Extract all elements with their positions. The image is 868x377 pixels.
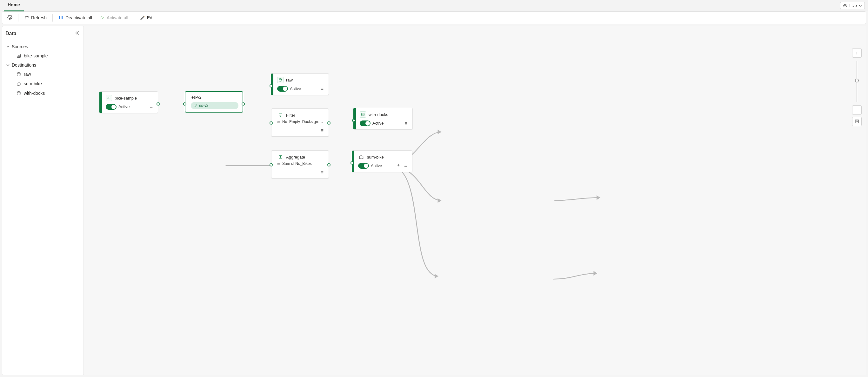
node-raw[interactable]: raw Active ≡ — [271, 73, 329, 95]
refresh-label: Refresh — [31, 15, 47, 20]
deactivate-label: Deactivate all — [65, 15, 92, 20]
database-icon — [16, 72, 21, 77]
eye-icon — [843, 3, 847, 8]
refresh-button[interactable]: Refresh — [21, 14, 50, 22]
node-menu-icon[interactable]: ≡ — [149, 104, 153, 110]
edit-label: Edit — [147, 15, 155, 20]
node-status-label: Active — [290, 86, 301, 91]
chevron-down-icon — [859, 4, 862, 7]
play-icon — [100, 15, 105, 20]
node-filter[interactable]: Filter ▭ No_Empty_Docks greater t... ≡ — [271, 108, 329, 137]
live-toggle[interactable]: Live — [840, 2, 865, 9]
input-port[interactable] — [350, 161, 354, 165]
node-menu-icon[interactable]: ≡ — [404, 120, 408, 126]
zoom-slider-thumb[interactable] — [855, 79, 859, 82]
input-port[interactable] — [270, 84, 273, 88]
node-es-v2[interactable]: es-v2 es-v2 — [185, 91, 243, 112]
edit-button[interactable]: Edit — [137, 14, 158, 22]
node-active-toggle[interactable] — [277, 86, 288, 92]
connection-wires — [84, 26, 866, 375]
input-port[interactable] — [183, 102, 186, 106]
barchart-icon — [16, 53, 21, 58]
destinations-label: Destinations — [12, 63, 36, 68]
sparkle-icon[interactable]: ✦ — [397, 163, 400, 169]
zoom-out-button[interactable]: － — [852, 105, 862, 115]
field-icon: ▭ — [277, 162, 280, 166]
chevron-down-icon — [6, 63, 10, 67]
activate-all-button[interactable]: Activate all — [96, 14, 131, 22]
node-menu-icon[interactable]: ≡ — [320, 85, 324, 92]
node-sum-bike[interactable]: sum-bike Active ✦ ≡ — [352, 150, 412, 172]
output-port[interactable] — [327, 163, 331, 167]
tree-item-label: bike-sample — [24, 53, 48, 58]
deactivate-all-button[interactable]: Deactivate all — [55, 14, 95, 22]
zoom-slider-track[interactable] — [857, 61, 857, 102]
sidebar: Data Sources bike-sample Destinations ra… — [2, 26, 84, 375]
separator — [18, 14, 19, 22]
node-title: with-docks — [369, 112, 388, 117]
svg-rect-6 — [855, 120, 859, 123]
tree-item-sum-bike[interactable]: sum-bike — [5, 79, 80, 89]
separator — [134, 14, 134, 22]
node-detail: Sum of No_Bikes — [282, 161, 312, 166]
node-status-label: Active — [371, 163, 382, 168]
barchart-icon — [106, 95, 112, 101]
output-port[interactable] — [157, 102, 160, 106]
database-icon — [277, 77, 283, 83]
node-detail: No_Empty_Docks greater t... — [282, 119, 323, 124]
input-port[interactable] — [352, 119, 355, 122]
gear-icon — [7, 15, 12, 20]
tree-item-label: raw — [24, 72, 31, 77]
pause-icon — [58, 15, 63, 20]
sidebar-title: Data — [5, 31, 80, 36]
node-menu-icon[interactable]: ≡ — [320, 169, 324, 175]
live-label: Live — [849, 3, 857, 8]
pencil-icon — [140, 15, 145, 20]
svg-point-5 — [17, 92, 20, 93]
output-port[interactable] — [242, 102, 245, 106]
collapse-sidebar-button[interactable] — [74, 31, 79, 36]
refresh-icon — [24, 15, 29, 20]
tree-section-sources[interactable]: Sources — [5, 42, 80, 51]
tree-item-label: sum-bike — [24, 81, 42, 86]
tree-item-with-docks[interactable]: with-docks — [5, 89, 80, 98]
node-menu-icon[interactable]: ≡ — [404, 163, 408, 169]
field-icon: ▭ — [277, 120, 280, 124]
svg-point-0 — [844, 5, 846, 6]
settings-button[interactable] — [4, 14, 16, 22]
svg-point-4 — [17, 73, 20, 74]
node-menu-icon[interactable]: ≡ — [320, 127, 324, 133]
tab-home[interactable]: Home — [4, 0, 24, 11]
tree-item-label: with-docks — [24, 91, 45, 96]
node-status-label: Active — [118, 104, 129, 109]
lakehouse-icon — [358, 154, 365, 160]
output-port[interactable] — [327, 122, 331, 125]
node-title: sum-bike — [367, 155, 384, 160]
zoom-in-button[interactable]: ＋ — [852, 48, 862, 58]
activate-label: Activate all — [107, 15, 128, 20]
svg-rect-2 — [62, 16, 63, 19]
stream-icon — [193, 104, 197, 107]
node-active-toggle[interactable] — [360, 121, 371, 126]
node-status-bar — [99, 92, 102, 113]
node-status-label: Active — [372, 121, 383, 126]
tree-section-destinations[interactable]: Destinations — [5, 61, 80, 69]
stream-chip[interactable]: es-v2 — [191, 102, 239, 109]
filter-icon — [277, 112, 283, 118]
node-with-docks[interactable]: with-docks Active ≡ — [354, 108, 413, 130]
node-title: Filter — [286, 113, 295, 117]
input-port[interactable] — [270, 122, 273, 125]
tab-bar: Home — [0, 0, 868, 11]
node-aggregate[interactable]: Aggregate ▭ Sum of No_Bikes ≡ — [271, 150, 329, 178]
tree-item-raw[interactable]: raw — [5, 69, 80, 79]
node-title: raw — [286, 78, 293, 82]
node-bike-sample[interactable]: bike-sample Active ≡ — [100, 91, 158, 113]
tree-item-bike-sample[interactable]: bike-sample — [5, 51, 80, 61]
node-title: bike-sample — [115, 96, 137, 101]
canvas[interactable]: bike-sample Active ≡ es-v2 es-v2 — [84, 26, 866, 375]
database-icon — [360, 111, 366, 117]
node-active-toggle[interactable] — [358, 163, 369, 169]
node-active-toggle[interactable] — [106, 104, 117, 110]
input-port[interactable] — [270, 163, 273, 167]
zoom-fit-button[interactable] — [852, 117, 862, 126]
